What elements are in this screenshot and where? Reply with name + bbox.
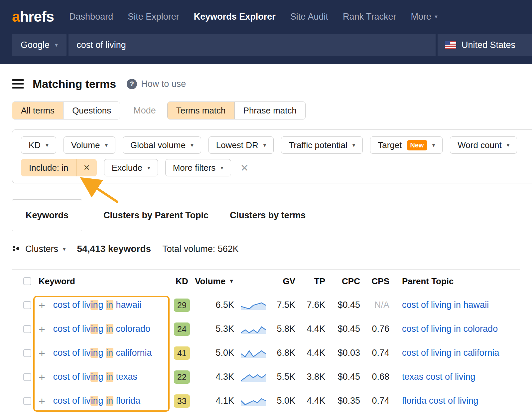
parent-topic-column-header[interactable]: Parent Topic <box>391 276 520 287</box>
table-body: + cost of living in hawaii 29 6.5K 7.5K … <box>12 293 520 413</box>
filter-row-2: Include: in ✕ Exclude▾ More filters▾ ✕ <box>21 159 532 176</box>
chevron-down-icon: ▾ <box>55 41 58 49</box>
gv-value: 7.5K <box>270 300 297 310</box>
nav-item-rank-tracker[interactable]: Rank Tracker <box>343 12 396 22</box>
keyword-link[interactable]: cost of living in colorado <box>53 324 150 334</box>
page-header: Matching terms ? How to use <box>12 76 520 92</box>
keyword-link[interactable]: cost of living in texas <box>53 372 137 382</box>
parent-topic-link[interactable]: cost of living in hawaii <box>402 300 489 310</box>
country-selector[interactable]: United States <box>438 34 532 56</box>
word-count-filter-button[interactable]: Word count▾ <box>450 136 517 154</box>
chevron-down-icon: ▾ <box>263 142 266 149</box>
add-to-list-icon[interactable]: + <box>39 300 45 311</box>
terms-toggle: All terms Questions <box>12 102 120 119</box>
traffic-potential-filter-button[interactable]: Traffic potential▾ <box>281 136 363 154</box>
volume-filter-button[interactable]: Volume▾ <box>64 136 115 154</box>
clear-filters-button[interactable]: ✕ <box>238 162 251 174</box>
add-to-list-icon[interactable]: + <box>39 395 45 407</box>
search-engine-selector[interactable]: Google ▾ <box>12 34 66 56</box>
tp-value: 3.8K <box>297 372 327 382</box>
keyword-link[interactable]: cost of living in florida <box>53 396 140 406</box>
all-terms-option[interactable]: All terms <box>12 102 63 119</box>
questions-option[interactable]: Questions <box>63 102 120 119</box>
top-navbar: ahrefs Dashboard Site Explorer Keywords … <box>0 0 532 33</box>
cps-value: 0.68 <box>361 372 391 382</box>
keyword-link[interactable]: cost of living in california <box>53 348 152 358</box>
ahrefs-logo[interactable]: ahrefs <box>12 8 54 25</box>
nav-item-more[interactable]: More ▾ <box>411 12 438 22</box>
filter-row-1: KD▾ Volume▾ Global volume▾ Lowest DR▾ Tr… <box>21 136 532 154</box>
add-to-list-icon[interactable]: + <box>39 371 45 383</box>
select-all-checkbox[interactable] <box>23 277 31 285</box>
cps-column-header[interactable]: CPS <box>361 276 391 287</box>
nav-item-site-explorer[interactable]: Site Explorer <box>128 12 179 22</box>
cpc-value: $0.45 <box>327 324 361 334</box>
gv-column-header[interactable]: GV <box>270 276 297 287</box>
trend-sparkline <box>237 396 270 406</box>
target-filter-button[interactable]: Target New ▾ <box>370 136 443 154</box>
add-to-list-icon[interactable]: + <box>39 323 45 335</box>
keyword-link[interactable]: cost of living in hawaii <box>53 300 141 310</box>
cpc-column-header[interactable]: CPC <box>327 276 361 287</box>
row-checkbox[interactable] <box>23 373 31 381</box>
parent-topic-link[interactable]: texas cost of living <box>402 372 475 382</box>
kd-badge: 33 <box>174 394 190 408</box>
chevron-down-icon: ▾ <box>105 142 108 149</box>
terms-match-option[interactable]: Terms match <box>168 102 234 119</box>
tp-value: 7.6K <box>297 300 327 310</box>
lowest-dr-filter-button[interactable]: Lowest DR▾ <box>208 136 274 154</box>
clusters-dropdown[interactable]: Clusters ▾ <box>12 244 66 254</box>
volume-column-header[interactable]: Volume ▼ <box>197 276 237 287</box>
chevron-down-icon: ▾ <box>220 164 223 171</box>
kd-filter-button[interactable]: KD▾ <box>21 136 56 154</box>
table-header-row: Keyword KD Volume ▼ GV TP CPC CPS Parent… <box>12 269 520 293</box>
keyword-column-header[interactable]: Keyword <box>31 276 167 287</box>
chevron-down-icon: ▾ <box>432 142 435 149</box>
gv-value: 5.5K <box>270 372 297 382</box>
trend-sparkline <box>237 300 270 310</box>
keywords-count: 54,413 keywords <box>77 244 151 254</box>
clusters-icon <box>12 245 21 253</box>
parent-topic-link[interactable]: cost of living in california <box>402 348 499 358</box>
more-filters-button[interactable]: More filters▾ <box>165 159 231 176</box>
main-content: Matching terms ? How to use All terms Qu… <box>0 76 532 413</box>
cps-value: N/A <box>361 300 391 310</box>
keywords-table: Keyword KD Volume ▼ GV TP CPC CPS Parent… <box>12 269 520 413</box>
global-volume-filter-button[interactable]: Global volume▾ <box>123 136 201 154</box>
row-checkbox[interactable] <box>23 397 31 405</box>
match-toggle: Terms match Phrase match <box>167 102 306 119</box>
nav-item-site-audit[interactable]: Site Audit <box>290 12 328 22</box>
row-checkbox[interactable] <box>23 325 31 333</box>
exclude-filter-button[interactable]: Exclude▾ <box>104 159 158 176</box>
phrase-match-option[interactable]: Phrase match <box>234 102 305 119</box>
parent-topic-link[interactable]: florida cost of living <box>402 396 478 406</box>
row-checkbox[interactable] <box>23 349 31 357</box>
keyword-search-input[interactable] <box>76 40 428 50</box>
remove-include-filter-button[interactable]: ✕ <box>76 159 97 176</box>
tab-clusters-by-parent-topic[interactable]: Clusters by Parent Topic <box>93 199 219 231</box>
cpc-value: $0.35 <box>327 396 361 406</box>
row-checkbox[interactable] <box>23 301 31 309</box>
include-filter-chip[interactable]: Include: in ✕ <box>21 159 97 176</box>
parent-topic-link[interactable]: cost of living in colorado <box>402 324 498 334</box>
cps-value: 0.74 <box>361 348 391 358</box>
tab-clusters-by-terms[interactable]: Clusters by terms <box>219 199 316 231</box>
logo-a: a <box>12 8 20 25</box>
add-to-list-icon[interactable]: + <box>39 347 45 359</box>
tab-keywords[interactable]: Keywords <box>12 199 82 231</box>
total-volume: Total volume: 562K <box>162 244 239 254</box>
trend-sparkline <box>237 324 270 334</box>
volume-value: 5.3K <box>197 324 237 334</box>
filter-panel: KD▾ Volume▾ Global volume▾ Lowest DR▾ Tr… <box>12 129 532 183</box>
nav-item-dashboard[interactable]: Dashboard <box>69 12 113 22</box>
kd-column-header[interactable]: KD <box>167 276 197 287</box>
summary-row: Clusters ▾ 54,413 keywords Total volume:… <box>12 241 520 257</box>
nav-item-keywords-explorer[interactable]: Keywords Explorer <box>194 12 276 22</box>
cpc-value: $0.03 <box>327 348 361 358</box>
keyword-query-box <box>68 34 436 56</box>
kd-badge: 41 <box>174 346 190 360</box>
cpc-value: $0.45 <box>327 372 361 382</box>
hamburger-menu-icon[interactable] <box>12 79 24 89</box>
tp-column-header[interactable]: TP <box>297 276 327 287</box>
how-to-use-link[interactable]: ? How to use <box>127 79 186 89</box>
